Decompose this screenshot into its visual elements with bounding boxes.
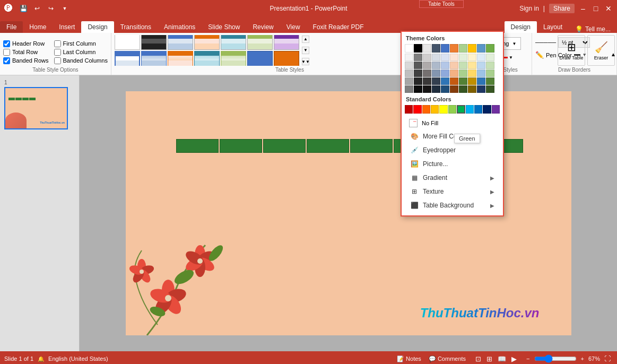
std-orange[interactable]	[422, 105, 430, 114]
customize-button[interactable]: ▼	[59, 3, 70, 14]
theme-blue[interactable]	[441, 44, 449, 53]
theme-yellow[interactable]	[468, 44, 476, 53]
std-cyan[interactable]	[466, 105, 474, 114]
shade-orange-2[interactable]	[450, 62, 458, 69]
tab-slide-show[interactable]: Slide Show	[202, 21, 246, 33]
shade-white-1[interactable]	[405, 54, 413, 61]
shade-orange-4[interactable]	[450, 77, 458, 85]
normal-view-button[interactable]: ⊡	[473, 354, 483, 364]
reading-view-button[interactable]: 📖	[496, 354, 508, 364]
fit-window-button[interactable]: ⛶	[602, 354, 613, 363]
comments-button[interactable]: 💬 Comments	[427, 354, 468, 363]
style-orange2[interactable]	[168, 51, 193, 66]
table-cell-3[interactable]	[263, 139, 306, 153]
tab-transitions[interactable]: Transitions	[114, 21, 158, 33]
std-darkblue[interactable]	[483, 105, 491, 114]
gallery-scroll-up[interactable]: ▲	[302, 36, 309, 43]
shade-sky-3[interactable]	[477, 70, 485, 77]
tab-animations[interactable]: Animations	[158, 21, 202, 33]
std-lightgreen[interactable]	[448, 105, 456, 114]
shade-lgreen-3[interactable]	[459, 70, 467, 77]
style-purple[interactable]	[274, 35, 299, 50]
banded-columns-input[interactable]	[54, 57, 61, 64]
table-cell-1[interactable]	[176, 139, 219, 153]
tab-table-design[interactable]: Design	[505, 21, 537, 33]
tab-view[interactable]: View	[280, 21, 307, 33]
total-row-input[interactable]	[3, 49, 10, 56]
shade-yellow-5[interactable]	[468, 85, 476, 93]
zoom-in-button[interactable]: +	[579, 354, 586, 363]
shade-white-4[interactable]	[405, 77, 413, 85]
shade-white-3[interactable]	[405, 70, 413, 77]
header-row-input[interactable]	[3, 40, 10, 47]
restore-button[interactable]: □	[592, 4, 600, 13]
last-column-input[interactable]	[54, 49, 61, 56]
notes-button[interactable]: 📝 Notes	[395, 354, 423, 363]
style-blue[interactable]	[168, 35, 193, 50]
tab-review[interactable]: Review	[246, 21, 280, 33]
shade-green-4[interactable]	[486, 77, 494, 85]
shade-yellow-1[interactable]	[468, 54, 476, 61]
style-none[interactable]	[115, 35, 140, 50]
slide-sorter-button[interactable]: ⊞	[484, 354, 494, 364]
slideshow-button[interactable]: ▶	[509, 354, 519, 364]
shade-blue-3[interactable]	[441, 70, 449, 77]
shade-green-2[interactable]	[486, 62, 494, 69]
style-green2[interactable]	[221, 51, 246, 66]
std-purple[interactable]	[492, 105, 500, 114]
style-green[interactable]	[247, 35, 273, 50]
banded-rows-checkbox[interactable]: Banded Rows	[3, 57, 49, 64]
shade-gray-1[interactable]	[423, 54, 431, 61]
theme-green[interactable]	[486, 44, 494, 53]
shade-black-1[interactable]	[414, 54, 422, 61]
style-teal2[interactable]	[194, 51, 220, 66]
tab-home[interactable]: Home	[23, 21, 53, 33]
minimize-button[interactable]: –	[579, 4, 587, 13]
slide-canvas[interactable]: ThuThuatTinHoc.vn	[126, 91, 571, 335]
shade-white-5[interactable]	[405, 85, 413, 93]
zoom-out-button[interactable]: −	[524, 354, 532, 363]
std-green[interactable]	[457, 105, 465, 114]
tell-me-input[interactable]: 💡 Tell me...	[569, 25, 617, 33]
shade-yellow-4[interactable]	[468, 77, 476, 85]
total-row-checkbox[interactable]: Total Row	[3, 49, 49, 56]
shade-lgreen-2[interactable]	[459, 62, 467, 69]
shade-dblue-5[interactable]	[432, 85, 440, 93]
texture-item[interactable]: ⊞ Texture ▶	[405, 185, 500, 198]
std-blue[interactable]	[474, 105, 482, 114]
header-row-checkbox[interactable]: Header Row	[3, 40, 49, 47]
shade-sky-1[interactable]	[477, 54, 485, 61]
slide-thumbnail[interactable]: ThuThuatTinHoc.vn	[4, 87, 68, 129]
style-blue-outline[interactable]	[115, 51, 140, 66]
std-darkred[interactable]	[405, 105, 413, 114]
table-cell-5[interactable]	[350, 139, 393, 153]
no-fill-item[interactable]: ⁻ No Fill	[405, 117, 500, 129]
shade-blue-2[interactable]	[441, 62, 449, 69]
shade-sky-5[interactable]	[477, 85, 485, 93]
undo-button[interactable]: ↩	[32, 3, 42, 14]
shading-dropdown-arrow[interactable]: ▼	[512, 41, 516, 46]
close-button[interactable]: ✕	[604, 4, 613, 13]
banded-rows-input[interactable]	[3, 57, 10, 64]
picture-item[interactable]: 🖼️ Picture...	[405, 157, 500, 171]
zoom-slider[interactable]	[534, 354, 577, 363]
tab-file[interactable]: File	[0, 21, 23, 33]
shade-orange-5[interactable]	[450, 85, 458, 93]
tab-foxit[interactable]: Foxit Reader PDF	[307, 21, 370, 33]
last-column-checkbox[interactable]: Last Column	[54, 49, 108, 56]
eyedropper-item[interactable]: 💉 Eyedropper	[405, 143, 500, 157]
shade-blue-4[interactable]	[441, 77, 449, 85]
shade-orange-3[interactable]	[450, 70, 458, 77]
save-button[interactable]: 💾	[18, 3, 29, 14]
shade-gray-2[interactable]	[423, 62, 431, 69]
style-orange-solid[interactable]	[274, 51, 299, 66]
gallery-scroll-down[interactable]: ▼	[302, 47, 309, 54]
theme-darkblue[interactable]	[432, 44, 440, 53]
shade-green-1[interactable]	[486, 54, 494, 61]
shade-green-5[interactable]	[486, 85, 494, 93]
shade-white-2[interactable]	[405, 62, 413, 69]
zoom-level[interactable]: 67%	[588, 356, 600, 362]
font-color-arrow[interactable]: ▼	[509, 55, 513, 60]
shade-black-4[interactable]	[414, 77, 422, 85]
style-blue-solid[interactable]	[247, 51, 273, 66]
